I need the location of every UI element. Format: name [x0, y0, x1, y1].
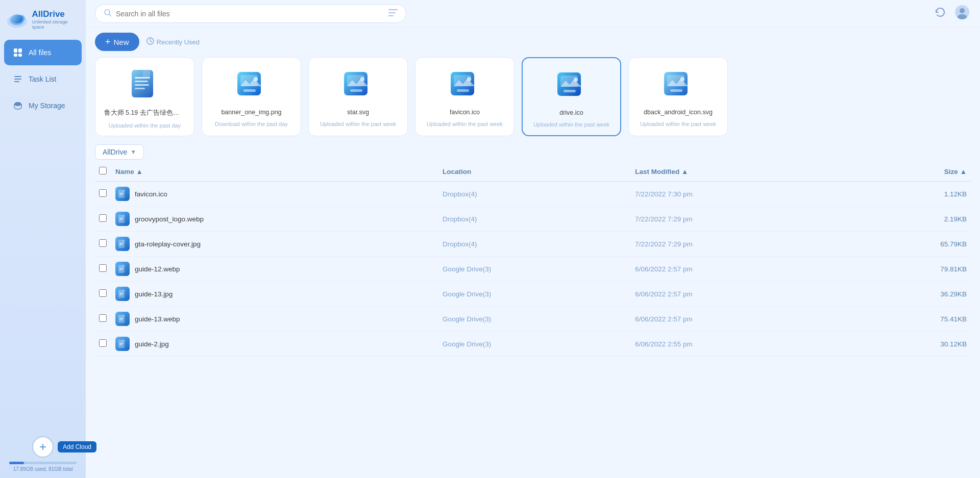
storage-bar-fill [9, 462, 24, 464]
row-date-0: 7/22/2022 7:30 pm [631, 182, 853, 207]
logo-icon [6, 10, 28, 29]
file-row-name-6: guide-2.jpg [115, 337, 434, 351]
file-row-icon-6 [115, 337, 130, 351]
drive-selector[interactable]: AllDrive ▼ [95, 144, 144, 160]
search-menu-icon[interactable] [388, 8, 398, 19]
recent-file-name-0: 鲁大师 5.19 去广告绿色单文件版.... [104, 109, 186, 117]
table-row[interactable]: favicon.ico Dropbox(4) 7/22/2022 7:30 pm… [95, 182, 971, 207]
row-size-6: 30.12KB [853, 332, 971, 357]
app-name: AllDrive [32, 9, 80, 19]
drive-selector-label: AllDrive [103, 148, 127, 156]
profile-icon[interactable] [954, 5, 970, 23]
sidebar-item-my-storage[interactable]: My Storage [4, 93, 82, 118]
select-all-checkbox[interactable] [99, 167, 107, 174]
row-size-0: 1.12KB [853, 182, 971, 207]
svg-rect-32 [243, 89, 256, 92]
logo-area: AllDrive Unlimited storage space [0, 0, 86, 39]
svg-point-36 [360, 77, 364, 81]
svg-rect-52 [670, 89, 682, 92]
file-row-name-3: guide-12.webp [115, 262, 434, 276]
row-location-3: Google Drive(3) [438, 257, 631, 282]
row-filename-6: guide-2.jpg [135, 340, 169, 348]
sidebar-item-all-files[interactable]: All files [4, 40, 82, 65]
row-checkbox-5[interactable] [99, 314, 107, 322]
row-size-4: 36.29KB [853, 282, 971, 307]
row-location-4: Google Drive(3) [438, 282, 631, 307]
recent-file-date-4: Uploaded within the past week [533, 121, 609, 128]
row-checkbox-3[interactable] [99, 264, 107, 272]
recent-card-1[interactable]: banner_one_img.png Download within the p… [202, 57, 301, 136]
row-checkbox-0[interactable] [99, 189, 107, 197]
file-row-icon-5 [115, 312, 130, 326]
recently-used-section[interactable]: Recently Used [146, 37, 200, 46]
svg-point-51 [680, 77, 684, 81]
row-size-1: 2.19KB [853, 207, 971, 232]
files-toolbar: AllDrive ▼ [86, 141, 980, 162]
files-table-container: Name ▲ Location Last Modified ▲ Size ▲ [86, 162, 980, 478]
recent-card-0[interactable]: 鲁大师 5.19 去广告绿色单文件版.... Uploaded within t… [95, 57, 194, 136]
svg-point-4 [11, 14, 23, 23]
row-date-6: 6/06/2022 2:55 pm [631, 332, 853, 357]
file-thumbnail-2 [340, 67, 377, 104]
task-list-label: Task List [29, 75, 56, 83]
row-checkbox-cell [95, 182, 111, 207]
row-name-cell: guide-13.jpg [111, 282, 438, 307]
files-table: Name ▲ Location Last Modified ▲ Size ▲ [95, 162, 971, 357]
search-input[interactable] [116, 10, 384, 18]
recent-file-date-5: Uploaded within the past week [640, 121, 716, 127]
svg-point-46 [574, 78, 578, 82]
chevron-down-icon: ▼ [130, 148, 136, 156]
svg-rect-55 [119, 193, 124, 194]
svg-point-31 [254, 77, 258, 81]
storage-bar-background [9, 462, 77, 464]
file-row-icon-2 [115, 237, 130, 251]
add-cloud-button[interactable]: + [32, 436, 54, 458]
recent-card-3[interactable]: favicon.ico Uploaded within the past wee… [415, 57, 514, 136]
recent-card-4[interactable]: drive.ico Uploaded within the past week [522, 57, 621, 136]
row-filename-2: gta-roleplay-cover.jpg [135, 240, 201, 248]
row-checkbox-cell [95, 307, 111, 332]
row-size-3: 79.81KB [853, 257, 971, 282]
recent-file-date-3: Uploaded within the past week [427, 121, 503, 127]
row-filename-0: favicon.ico [135, 190, 167, 198]
search-box[interactable] [95, 4, 406, 23]
row-name-cell: favicon.ico [111, 182, 438, 207]
svg-rect-72 [119, 294, 122, 295]
row-name-cell: groovypost_logo.webp [111, 207, 438, 232]
header-last-modified[interactable]: Last Modified ▲ [631, 162, 853, 182]
row-checkbox-cell [95, 257, 111, 282]
row-checkbox-cell [95, 232, 111, 257]
refresh-icon[interactable] [934, 6, 946, 21]
row-location-1: Dropbox(4) [438, 207, 631, 232]
recent-file-name-2: star.svg [347, 109, 369, 116]
row-checkbox-6[interactable] [99, 339, 107, 347]
header-location[interactable]: Location [438, 162, 631, 182]
row-checkbox-1[interactable] [99, 214, 107, 222]
row-checkbox-4[interactable] [99, 289, 107, 297]
recent-file-date-0: Uploaded within the past day [109, 122, 181, 129]
svg-rect-9 [14, 76, 21, 77]
svg-rect-76 [119, 319, 122, 320]
recent-file-name-4: drive.ico [559, 109, 583, 116]
row-checkbox-2[interactable] [99, 239, 107, 247]
new-button[interactable]: + New [95, 33, 139, 51]
recent-card-2[interactable]: star.svg Uploaded within the past week [308, 57, 408, 136]
clock-icon [146, 37, 154, 46]
table-row[interactable]: groovypost_logo.webp Dropbox(4) 7/22/202… [95, 207, 971, 232]
row-date-3: 6/06/2022 2:57 pm [631, 257, 853, 282]
row-name-cell: guide-12.webp [111, 257, 438, 282]
recent-file-name-5: dback_android_icon.svg [644, 109, 713, 116]
table-row[interactable]: guide-12.webp Google Drive(3) 6/06/2022 … [95, 257, 971, 282]
table-row[interactable]: guide-13.webp Google Drive(3) 6/06/2022 … [95, 307, 971, 332]
svg-point-41 [467, 77, 471, 81]
header-name[interactable]: Name ▲ [111, 162, 438, 182]
header-size[interactable]: Size ▲ [853, 162, 971, 182]
size-sort-icon: ▲ [960, 168, 967, 175]
sidebar-item-task-list[interactable]: Task List [4, 66, 82, 92]
table-row[interactable]: guide-13.jpg Google Drive(3) 6/06/2022 2… [95, 282, 971, 307]
table-row[interactable]: guide-2.jpg Google Drive(3) 6/06/2022 2:… [95, 332, 971, 357]
svg-rect-67 [119, 268, 124, 269]
svg-rect-80 [119, 344, 122, 345]
recent-card-5[interactable]: dback_android_icon.svg Uploaded within t… [628, 57, 728, 136]
table-row[interactable]: gta-roleplay-cover.jpg Dropbox(4) 7/22/2… [95, 232, 971, 257]
